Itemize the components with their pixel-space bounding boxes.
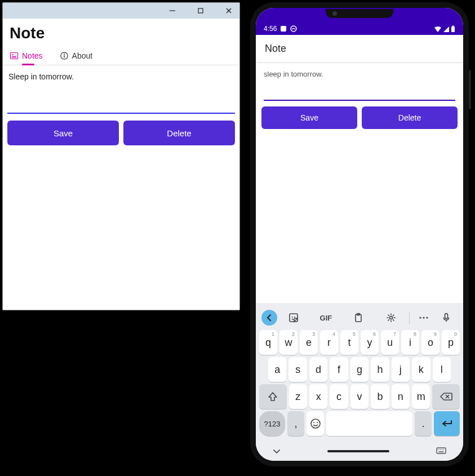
kb-key-u[interactable]: u7 bbox=[381, 330, 399, 355]
svg-rect-14 bbox=[452, 26, 454, 27]
app-title: Note bbox=[265, 43, 286, 55]
button-row: Save Delete bbox=[3, 116, 239, 150]
kb-key-l[interactable]: l bbox=[433, 357, 451, 382]
nav-collapse-icon[interactable] bbox=[273, 446, 281, 456]
svg-rect-24 bbox=[445, 314, 447, 319]
kb-clipboard-icon[interactable] bbox=[342, 313, 375, 323]
kb-key-c[interactable]: c bbox=[330, 384, 348, 409]
kb-key-p[interactable]: p0 bbox=[442, 330, 460, 355]
kb-space-key[interactable] bbox=[326, 411, 412, 436]
save-button[interactable]: Save bbox=[261, 106, 357, 129]
kb-key-v[interactable]: v bbox=[350, 384, 369, 409]
kb-key-z[interactable]: z bbox=[289, 384, 307, 409]
tab-about[interactable]: About bbox=[60, 51, 93, 65]
page-title: Note bbox=[3, 19, 239, 45]
kb-key-n[interactable]: n bbox=[392, 384, 410, 409]
svg-point-17 bbox=[294, 317, 295, 318]
tab-label: About bbox=[72, 51, 93, 60]
signal-icon bbox=[443, 26, 450, 33]
spacer bbox=[256, 129, 463, 303]
phone-power-button bbox=[469, 70, 471, 109]
notes-icon bbox=[10, 51, 19, 60]
kb-key-s[interactable]: s bbox=[288, 357, 307, 382]
kb-more-icon[interactable] bbox=[412, 316, 434, 319]
kb-key-h[interactable]: h bbox=[371, 357, 389, 382]
desktop-window: Note Notes About Save Delete bbox=[2, 2, 240, 310]
kb-comma-key[interactable]: , bbox=[287, 411, 305, 436]
tab-notes[interactable]: Notes bbox=[10, 51, 43, 65]
svg-point-28 bbox=[311, 419, 320, 428]
svg-point-30 bbox=[317, 422, 318, 423]
note-input[interactable]: sleep in tomorrow. bbox=[264, 70, 455, 101]
kb-key-j[interactable]: j bbox=[392, 357, 410, 382]
close-button[interactable] bbox=[220, 5, 237, 17]
kb-key-o[interactable]: o9 bbox=[421, 330, 440, 355]
minimize-button[interactable] bbox=[164, 5, 181, 17]
kb-row-2: asdfghjkl bbox=[258, 356, 461, 383]
kb-key-w[interactable]: w2 bbox=[279, 330, 298, 355]
window-titlebar bbox=[3, 3, 239, 19]
kb-row-1: q1w2e3r4t5y6u7i8o9p0 bbox=[258, 329, 461, 356]
svg-point-22 bbox=[423, 317, 424, 318]
separator bbox=[409, 312, 410, 324]
delete-button[interactable]: Delete bbox=[362, 106, 458, 129]
kb-mic-icon[interactable] bbox=[435, 313, 458, 323]
kb-key-g[interactable]: g bbox=[350, 357, 369, 382]
kb-enter-key[interactable] bbox=[434, 411, 460, 436]
svg-point-9 bbox=[64, 54, 65, 55]
kb-key-y[interactable]: y6 bbox=[361, 330, 379, 355]
svg-rect-4 bbox=[11, 53, 18, 59]
kb-row-4: ?123 , . bbox=[258, 410, 461, 437]
maximize-button[interactable] bbox=[192, 5, 209, 17]
kb-key-d[interactable]: d bbox=[309, 357, 327, 382]
phone-camera bbox=[332, 11, 337, 16]
status-app-icon bbox=[290, 25, 297, 32]
kb-symbols-key[interactable]: ?123 bbox=[259, 411, 285, 436]
save-button[interactable]: Save bbox=[7, 121, 119, 145]
svg-rect-13 bbox=[451, 26, 455, 32]
info-icon bbox=[60, 51, 69, 60]
app-header: Note bbox=[256, 35, 463, 62]
kb-key-f[interactable]: f bbox=[330, 357, 348, 382]
kb-row-3: zxcvbnm bbox=[258, 383, 461, 410]
kb-settings-icon[interactable] bbox=[375, 313, 407, 323]
phone-screen: 4:56 Note bbox=[256, 8, 463, 461]
note-input[interactable] bbox=[7, 70, 235, 114]
kb-key-x[interactable]: x bbox=[309, 384, 327, 409]
kb-period-key[interactable]: . bbox=[415, 411, 432, 436]
kb-sticker-icon[interactable] bbox=[277, 313, 310, 323]
svg-rect-15 bbox=[290, 314, 298, 322]
svg-point-21 bbox=[419, 317, 421, 318]
svg-point-20 bbox=[389, 317, 392, 319]
kb-key-t[interactable]: t5 bbox=[340, 330, 358, 355]
android-nav-bar bbox=[256, 442, 463, 461]
svg-point-16 bbox=[292, 317, 293, 318]
kb-gif-button[interactable]: GIF bbox=[310, 314, 343, 322]
svg-rect-11 bbox=[281, 26, 286, 32]
kb-shift-key[interactable] bbox=[259, 384, 287, 409]
kb-back-icon[interactable] bbox=[261, 310, 277, 326]
kb-key-r[interactable]: r4 bbox=[320, 330, 338, 355]
kb-key-m[interactable]: m bbox=[412, 384, 430, 409]
status-time: 4:56 bbox=[264, 25, 277, 33]
soft-keyboard: GIF q1w2e3r4t5y6u7i8o9p0 asdfghjkl bbox=[256, 303, 463, 442]
kb-key-q[interactable]: q1 bbox=[259, 330, 277, 355]
tabs: Notes About bbox=[3, 45, 239, 65]
kb-key-i[interactable]: i8 bbox=[401, 330, 419, 355]
nav-home-pill[interactable] bbox=[327, 450, 389, 452]
svg-point-23 bbox=[426, 317, 428, 318]
kb-key-a[interactable]: a bbox=[268, 357, 286, 382]
nav-keyboard-switch-icon[interactable] bbox=[436, 446, 446, 456]
kb-backspace-key[interactable] bbox=[432, 384, 460, 409]
battery-icon bbox=[451, 25, 455, 33]
delete-button[interactable]: Delete bbox=[123, 121, 235, 145]
svg-rect-31 bbox=[437, 448, 446, 453]
wifi-icon bbox=[434, 26, 442, 33]
svg-rect-1 bbox=[198, 8, 203, 13]
kb-key-k[interactable]: k bbox=[412, 357, 430, 382]
kb-key-e[interactable]: e3 bbox=[300, 330, 318, 355]
status-notification-icon bbox=[280, 25, 287, 32]
kb-emoji-key[interactable] bbox=[307, 411, 324, 436]
phone-device: 4:56 Note bbox=[250, 2, 469, 466]
kb-key-b[interactable]: b bbox=[371, 384, 389, 409]
